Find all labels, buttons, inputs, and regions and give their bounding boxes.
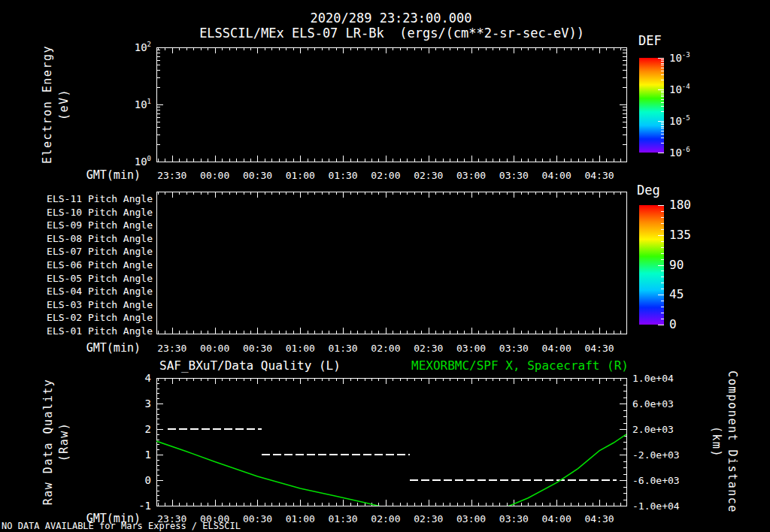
distance-tick-label: 1.0e+04 bbox=[632, 373, 674, 383]
deg-tick-label: 135 bbox=[669, 229, 691, 241]
quality-tick-label: 3 bbox=[145, 398, 151, 409]
spacecraft-panel-title: MEXORBMC/SPF X, Spacecraft (R) bbox=[411, 360, 629, 372]
quality-tick-label: 1 bbox=[145, 449, 151, 460]
quality-axis-units-label: (Raw) bbox=[59, 422, 70, 462]
quality-tick-label: -1 bbox=[138, 500, 151, 511]
def-tick-label: 10-5 bbox=[669, 116, 690, 127]
x-tick-label: 01:30 bbox=[329, 171, 358, 180]
pitch-angle-panel-axes bbox=[156, 192, 626, 334]
pitch-angle-row-label: ELS-11 Pitch Angle bbox=[47, 194, 153, 204]
x-tick-label: 00:00 bbox=[200, 514, 229, 524]
pitch-angle-row-label: ELS-06 Pitch Angle bbox=[47, 260, 153, 270]
x-tick-label: 01:30 bbox=[329, 343, 358, 353]
deg-tick-label: 0 bbox=[669, 319, 677, 331]
quality-tick-label: 0 bbox=[145, 475, 151, 485]
distance-tick-label: 2.0e+03 bbox=[632, 425, 674, 434]
x-tick-label: 04:00 bbox=[542, 343, 571, 353]
x-tick-label: 00:00 bbox=[200, 171, 229, 180]
x-tick-label: 00:30 bbox=[243, 343, 272, 353]
x-tick-label: 01:30 bbox=[329, 514, 358, 524]
deg-tick-label: 90 bbox=[669, 259, 684, 271]
x-tick-label: 02:30 bbox=[414, 514, 443, 524]
pitch-angle-row-label: ELS-01 Pitch Angle bbox=[47, 326, 153, 336]
def-colorbar-group bbox=[639, 58, 664, 153]
energy-tick-label: 100 bbox=[135, 156, 151, 168]
deg-tick-label: 180 bbox=[669, 199, 691, 211]
gmt-axis-label-middle: GMT(min) bbox=[86, 343, 141, 354]
pitch-angle-row-label: ELS-10 Pitch Angle bbox=[47, 207, 153, 216]
x-tick-label: 00:30 bbox=[243, 514, 272, 524]
x-tick-label: 04:30 bbox=[584, 171, 614, 180]
x-tick-label: 02:00 bbox=[371, 171, 400, 180]
pitch-angle-panel-box bbox=[156, 192, 626, 334]
page-subtitle: ELSSCIL/MEx ELS-07 LR-Bk (ergs/(cm**2-sr… bbox=[199, 27, 584, 40]
x-tick-label: 01:00 bbox=[286, 171, 315, 180]
energy-tick-label: 102 bbox=[135, 42, 151, 53]
spectrogram-panel-box bbox=[156, 47, 626, 162]
x-tick-label: 03:30 bbox=[499, 171, 529, 180]
x-tick-label: 04:30 bbox=[584, 343, 614, 353]
x-tick-label: 03:30 bbox=[499, 343, 529, 353]
distance-tick-label: -6.0e+03 bbox=[632, 476, 680, 485]
distance-tick-label: -2.0e+03 bbox=[632, 450, 680, 460]
energy-tick-label: 101 bbox=[135, 99, 151, 110]
x-tick-label: 00:30 bbox=[243, 171, 272, 180]
x-tick-label: 03:00 bbox=[456, 514, 486, 524]
colorbar-def-label: DEF bbox=[638, 35, 662, 47]
pitch-angle-row-label: ELS-03 Pitch Angle bbox=[47, 299, 153, 309]
pitch-angle-row-label: ELS-05 Pitch Angle bbox=[47, 273, 153, 283]
x-tick-label: 02:00 bbox=[371, 343, 400, 353]
x-tick-label: 04:00 bbox=[542, 514, 571, 524]
x-tick-label: 00:00 bbox=[200, 343, 229, 353]
quality-y-ticks bbox=[156, 378, 626, 506]
spacecraft-x-curve bbox=[156, 434, 626, 518]
x-tick-label: 02:30 bbox=[414, 171, 443, 180]
x-tick-label: 04:30 bbox=[584, 514, 614, 524]
x-tick-label: 01:00 bbox=[286, 343, 315, 353]
def-colorbar bbox=[639, 58, 664, 153]
plot-window: 2020/289 23:23:00.000 ELSSCIL/MEx ELS-07… bbox=[0, 0, 770, 532]
energy-log-ticks bbox=[156, 47, 626, 162]
def-tick-label: 10-3 bbox=[669, 53, 690, 64]
quality-panel-box bbox=[156, 378, 626, 506]
distance-axis-units-label: (km) bbox=[711, 426, 722, 458]
quality-series-group bbox=[156, 429, 626, 517]
x-tick-label: 03:00 bbox=[456, 343, 486, 353]
distance-axis-label: Component Distance bbox=[726, 370, 738, 513]
distance-tick-label: 6.0e+03 bbox=[632, 399, 674, 409]
pitch-angle-row-label: ELS-09 Pitch Angle bbox=[47, 220, 153, 230]
pitch-angle-row-label: ELS-08 Pitch Angle bbox=[47, 233, 153, 243]
x-tick-label: 23:30 bbox=[157, 514, 186, 524]
energy-axis-units-label: (eV) bbox=[59, 89, 70, 120]
page-title: 2020/289 23:23:00.000 bbox=[311, 12, 472, 25]
x-tick-label: 23:30 bbox=[157, 343, 186, 353]
pitch-angle-row-label: ELS-07 Pitch Angle bbox=[47, 246, 153, 256]
x-tick-label: 23:30 bbox=[157, 171, 186, 180]
colorbar-deg-label: Deg bbox=[637, 184, 660, 197]
distance-tick-label: -1.0e+04 bbox=[632, 501, 680, 511]
quality-panel-axes bbox=[156, 378, 626, 506]
def-tick-label: 10-6 bbox=[669, 147, 690, 159]
x-tick-label: 03:30 bbox=[499, 514, 529, 524]
x-tick-label: 02:30 bbox=[414, 343, 443, 353]
quality-panel-title: SAF_BXuT/Data Quality (L) bbox=[159, 360, 341, 372]
x-tick-label: 02:00 bbox=[371, 514, 400, 524]
quality-axis-label: Raw Data Quality bbox=[43, 379, 54, 506]
def-tick-label: 10-4 bbox=[669, 84, 690, 95]
x-tick-label: 04:00 bbox=[542, 171, 571, 180]
x-tick-label: 03:00 bbox=[456, 171, 486, 180]
pitch-angle-row-label: ELS-04 Pitch Angle bbox=[47, 286, 153, 296]
spectrogram-panel-axes bbox=[156, 47, 626, 162]
deg-tick-label: 45 bbox=[669, 289, 684, 301]
quality-tick-label: 2 bbox=[145, 424, 151, 434]
x-tick-label: 01:00 bbox=[286, 514, 315, 524]
quality-tick-label: 4 bbox=[145, 373, 151, 383]
pitch-angle-row-label: ELS-02 Pitch Angle bbox=[47, 313, 153, 322]
gmt-axis-label-top: GMT(min) bbox=[86, 170, 141, 181]
energy-axis-label: Electron Energy bbox=[42, 45, 53, 164]
